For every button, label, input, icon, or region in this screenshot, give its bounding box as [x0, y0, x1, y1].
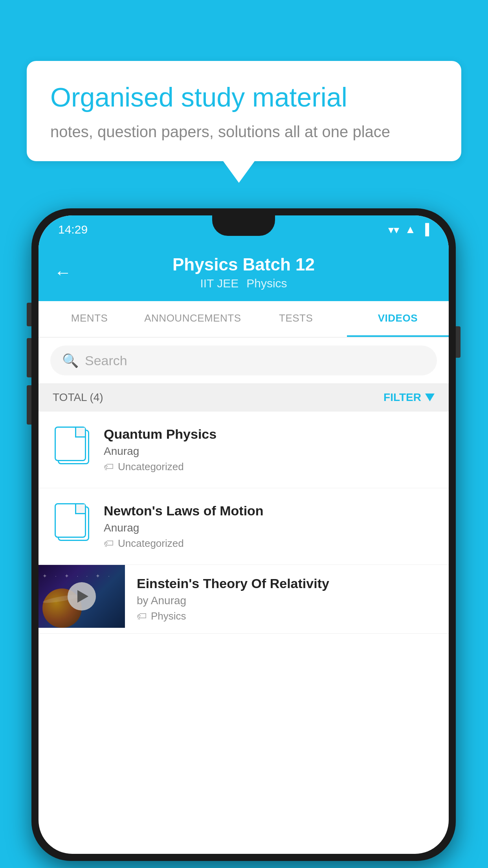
file-icon-front	[55, 503, 86, 538]
app-header: ← Physics Batch 12 IIT JEE Physics	[39, 244, 449, 301]
video-author-1: Anurag	[104, 445, 435, 458]
filter-row: TOTAL (4) FILTER	[39, 383, 449, 412]
file-icon-front	[55, 427, 86, 461]
tabs-bar: MENTS ANNOUNCEMENTS TESTS VIDEOS	[39, 301, 449, 338]
search-container: 🔍 Search	[39, 338, 449, 383]
total-count-label: TOTAL (4)	[53, 391, 103, 404]
video-info-1: Quantum Physics Anurag 🏷 Uncategorized	[104, 427, 435, 473]
speech-bubble-subtitle: notes, question papers, solutions all at…	[50, 123, 438, 141]
video-title-1: Quantum Physics	[104, 427, 435, 442]
status-icons: ▾▾ ▲ ▐	[388, 223, 429, 236]
back-button[interactable]: ←	[54, 263, 72, 282]
header-tag-physics: Physics	[246, 277, 287, 290]
search-icon: 🔍	[62, 353, 79, 368]
tab-announcements[interactable]: ANNOUNCEMENTS	[140, 301, 245, 337]
signal-icon: ▲	[405, 223, 416, 236]
video-thumb-1	[53, 427, 92, 466]
tab-videos[interactable]: VIDEOS	[347, 301, 449, 337]
header-title: Physics Batch 12	[172, 255, 315, 274]
phone-volume-down-button	[27, 385, 31, 425]
phone-side-button-1	[27, 303, 31, 326]
video-thumbnail-img-3	[39, 565, 125, 628]
video-thumb-2	[53, 503, 92, 542]
video-author-2: Anurag	[104, 522, 435, 534]
play-button[interactable]	[68, 582, 96, 611]
video-list: Quantum Physics Anurag 🏷 Uncategorized	[39, 412, 449, 634]
search-placeholder: Search	[85, 353, 127, 368]
tab-tests[interactable]: TESTS	[245, 301, 347, 337]
search-bar[interactable]: 🔍 Search	[50, 346, 437, 375]
phone-screen: 14:29 ▾▾ ▲ ▐ ← Physics Batch 12 IIT JEE …	[39, 215, 449, 854]
phone-volume-up-button	[27, 338, 31, 377]
video-tag-3: 🏷 Physics	[137, 610, 437, 622]
file-icon-1	[55, 427, 90, 466]
wifi-icon: ▾▾	[388, 223, 399, 236]
phone-wrapper: 14:29 ▾▾ ▲ ▐ ← Physics Batch 12 IIT JEE …	[31, 208, 456, 861]
video-title-2: Newton's Laws of Motion	[104, 503, 435, 519]
tag-icon-2: 🏷	[104, 537, 114, 550]
speech-bubble-arrow	[223, 161, 255, 183]
file-icon-2	[55, 503, 90, 542]
tag-icon-1: 🏷	[104, 461, 114, 473]
list-item[interactable]: Newton's Laws of Motion Anurag 🏷 Uncateg…	[39, 488, 449, 565]
video-tag-1: 🏷 Uncategorized	[104, 461, 435, 473]
list-item[interactable]: Quantum Physics Anurag 🏷 Uncategorized	[39, 412, 449, 488]
battery-icon: ▐	[421, 223, 429, 236]
speech-bubble: Organised study material notes, question…	[27, 61, 461, 161]
video-title-3: Einstein's Theory Of Relativity	[137, 576, 437, 591]
list-item[interactable]: Einstein's Theory Of Relativity by Anura…	[39, 565, 449, 634]
header-subtitle: IIT JEE Physics	[200, 277, 287, 290]
filter-icon	[425, 394, 435, 401]
speech-bubble-title: Organised study material	[50, 81, 438, 114]
tab-ments[interactable]: MENTS	[39, 301, 140, 337]
header-tag-iitjee: IIT JEE	[200, 277, 238, 290]
status-time: 14:29	[58, 223, 88, 236]
play-icon	[77, 590, 88, 603]
speech-bubble-container: Organised study material notes, question…	[27, 61, 461, 183]
video-tag-2: 🏷 Uncategorized	[104, 537, 435, 550]
video-info-3: Einstein's Theory Of Relativity by Anura…	[125, 565, 449, 633]
status-bar: 14:29 ▾▾ ▲ ▐	[39, 215, 449, 244]
phone-power-button	[456, 326, 460, 358]
tag-icon-3: 🏷	[137, 610, 147, 622]
notch	[212, 215, 275, 236]
phone-outer: 14:29 ▾▾ ▲ ▐ ← Physics Batch 12 IIT JEE …	[31, 208, 456, 861]
filter-button[interactable]: FILTER	[383, 391, 435, 404]
video-info-2: Newton's Laws of Motion Anurag 🏷 Uncateg…	[104, 503, 435, 550]
video-author-3: by Anurag	[137, 594, 437, 607]
